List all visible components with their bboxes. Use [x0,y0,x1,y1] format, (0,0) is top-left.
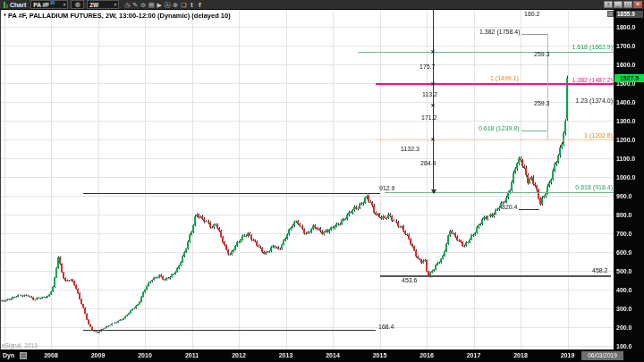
alerts-icon[interactable]: Ⓐ [164,1,171,9]
projection-anchor-line [547,34,548,139]
measure-line-marker: ✕ [431,137,436,142]
symbol-search-button[interactable]: ◎ [71,0,84,9]
year-label: 2018 [508,352,533,358]
leader-1758 [521,34,547,35]
measure-label: 168.4 [378,324,394,330]
minimize-button[interactable]: _ [614,1,623,8]
measure-line-arrowhead [431,189,436,194]
price-tick-label: 1000.0 [616,174,635,181]
measure-label: 458.2 [592,267,608,274]
scale-top-value: 1855.9 [616,11,643,18]
year-label: 2009 [86,352,111,358]
interval-select[interactable]: 2W ▾ [87,0,119,9]
time-icon[interactable]: ◷ [123,1,131,9]
play-icon[interactable]: ▶ [156,1,163,9]
measure-label: 820.4 [502,204,518,210]
year-label: 2019 [555,352,580,358]
draw-icon[interactable]: ✎ [131,1,139,9]
measure-label: 175.7 [419,63,436,70]
link-icon[interactable]: ⊕ [172,1,179,9]
price-tick-label: 1400.0 [616,99,635,105]
fib-level-label: 1.618 (1662.9) [572,44,613,50]
chart-tab-button[interactable]: Chart [2,1,28,9]
measure-label: 259.3 [534,100,550,106]
fib-level-label: 1 (1202.8) [584,132,613,139]
year-label: 2013 [274,352,299,358]
measure-label: 912.9 [379,185,395,191]
chart-tab-label: Chart [10,2,26,8]
measure-label: 171.2 [421,114,437,121]
year-label: 2016 [414,352,439,358]
delayed-superscript: 10 [50,1,55,5]
fib-line-1662 [358,52,614,53]
year-label: 2017 [462,352,487,358]
esignal-chart-window: Chart PA #F 10 ▾ ◎ 2W ▾ ◷✎⊖▤▶Ⓐ⊕❏tf ?_□✕ … [0,0,644,362]
price-tick-label: 900.0 [616,193,632,199]
measure-label: 0.618 (1239.8) [479,125,520,131]
price-tick-label: 1300.0 [616,118,635,124]
comment-icon[interactable]: ❏ [180,1,187,9]
price-tick-label: 1100.0 [616,156,635,162]
fib-line-1202-peach [376,139,614,140]
facebook-icon[interactable]: f [196,1,203,9]
dyn-mode-icon[interactable] [20,352,27,359]
restore-button[interactable]: □ [623,1,632,8]
chart-title: * PA #F, PALLADIUM FUTURES, 2W, 13:00-12… [4,12,231,20]
notes-icon[interactable]: ▤ [148,1,155,9]
measure-label: 1 (1499.1) [490,75,519,81]
price-tick-label: 1200.0 [616,137,635,143]
price-tick-label: 1800.0 [616,24,635,30]
price-chart-canvas[interactable] [0,10,614,349]
scale-settings-icon[interactable] [607,11,614,17]
year-label: 2008 [38,352,64,358]
price-tick-label: 800.0 [616,212,632,218]
support-line-168 [83,330,376,331]
symbol-lookup-icon: ◎ [75,1,80,8]
year-label: 2010 [132,352,157,358]
chevron-down-icon: ▾ [64,2,66,7]
measure-line-marker: ✕ [431,81,436,87]
price-tick-label: 700.0 [616,231,632,237]
measure-label: 1132.3 [401,146,419,152]
year-label: 2011 [180,352,205,358]
measure-label: 160.2 [524,11,540,17]
close-button[interactable]: ✕ [633,1,642,8]
chart-left-border [0,10,1,349]
fib-level-label: 0.618 (918.4) [575,184,613,190]
price-tick-label: 1700.0 [616,43,635,49]
leader-1239 [521,130,547,131]
price-tick-label: 300.0 [616,306,632,312]
chart-app-icon [4,2,8,8]
measure-label: 453.6 [402,277,418,283]
twitter-icon[interactable]: t [188,1,195,9]
dyn-mode-button[interactable]: Dyn [3,352,14,358]
price-tick-label: 500.0 [616,268,632,274]
interval-text: 2W [89,2,98,8]
price-tick-label: 600.0 [616,249,632,256]
chevron-down-icon: ▾ [114,2,117,7]
price-tick-label: 200.0 [616,324,632,331]
measure-label: 113.2 [422,91,437,97]
fib-level-label: 1.382 (1487.2) [572,77,613,83]
measure-label: 284.4 [420,160,436,166]
price-tick-label: 400.0 [616,287,632,293]
measure-line-marker: ✕ [431,103,436,108]
measure-label: 259.3 [534,51,550,57]
esignal-watermark: eSignal, 2019 [2,342,38,349]
price-tick-label: 100.0 [616,343,632,349]
year-label: 2015 [368,352,393,358]
zoom-out-icon[interactable]: ⊖ [140,1,147,9]
last-price-badge: 1527.5 [614,74,644,82]
symbol-input[interactable]: PA #F 10 ▾ [30,0,68,9]
measure-label: 1.382 (1758.4) [479,29,521,35]
leader-820 [519,209,539,210]
toolbar-icon-group: ◷✎⊖▤▶Ⓐ⊕❏tf [123,1,203,9]
fib-level-label: 1.23 (1374.0) [575,97,613,104]
help-button[interactable]: ? [604,1,613,8]
fib-line-918 [385,192,614,193]
fib-line-1487-pink [376,83,614,85]
window-controls: ?_□✕ [604,1,642,8]
measure-line-marker: ✕ [431,49,436,55]
current-date-badge: 06/03/2019 [581,351,623,360]
year-label: 2014 [320,352,345,358]
